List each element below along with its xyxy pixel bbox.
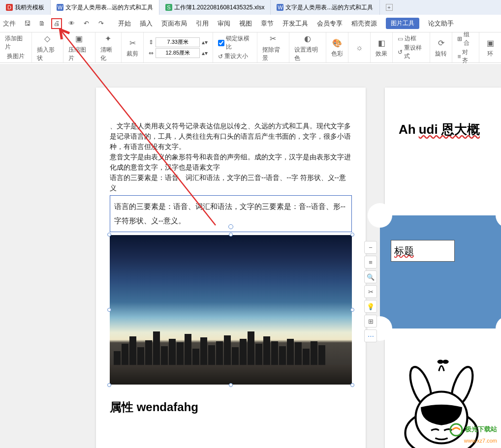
resize-handle-tm[interactable]	[229, 233, 233, 237]
ribbon-size-options: 锁定纵横比 ↺重设大小	[213, 32, 257, 62]
wrap-icon: ▣	[484, 37, 496, 49]
document-area: 、文字是人类用表义符号记录表达信息以传之、久远的方式和工具。现代文字多是记录语言…	[0, 64, 501, 448]
width-input[interactable]	[156, 37, 200, 47]
tab-new[interactable]: +	[380, 0, 399, 15]
menu-section[interactable]: 章节	[261, 19, 274, 28]
ribbon-label: 换图片	[7, 52, 25, 60]
ribbon-add-image[interactable]: 添加图片 换图片	[0, 32, 32, 62]
ribbon-crop[interactable]: ✂ 裁剪	[122, 32, 144, 62]
float-zoom[interactable]: 🔍	[364, 270, 377, 283]
tab-label: 工作簿1.20220816081435325.xlsx	[174, 3, 264, 12]
menu-assistant[interactable]: 论文助手	[428, 19, 454, 28]
menu-review[interactable]: 审阅	[218, 19, 230, 28]
menu-insert[interactable]: 插入	[140, 19, 153, 28]
tab-spreadsheet[interactable]: S 工作簿1.20220816081435325.xlsx	[159, 0, 271, 15]
menu-reference[interactable]: 引用	[196, 19, 209, 28]
rotate-icon: ⟳	[435, 37, 447, 49]
effect-icon: ◧	[376, 37, 387, 49]
redo-icon[interactable]: ↷	[95, 18, 106, 29]
ribbon-rotate[interactable]: ⟳ 旋转	[430, 32, 452, 62]
group-icon: ⊞	[457, 35, 462, 42]
word-icon: W	[277, 4, 283, 11]
align-icon: ≡	[457, 53, 461, 60]
float-crop[interactable]: ✂	[364, 285, 377, 298]
file-menu[interactable]: 文件	[3, 19, 18, 28]
preview-icon[interactable]: 👁	[66, 18, 77, 29]
tab-doc-1[interactable]: W 文字是人类用表...远的方式和工具	[51, 0, 159, 15]
ribbon-label: 旋转	[435, 50, 447, 58]
ribbon-transparency[interactable]: ◐ 设置透明色	[289, 32, 326, 62]
ribbon-brightness[interactable]: ☼	[348, 32, 371, 62]
menu-picture-tools[interactable]: 图片工具	[386, 18, 419, 29]
lock-ratio-checkbox[interactable]: 锁定纵横比	[218, 34, 252, 51]
stepper-icon[interactable]: ▴▾	[202, 39, 208, 46]
rotate-handle[interactable]	[228, 224, 233, 229]
menu-dev[interactable]: 开发工具	[282, 19, 308, 28]
watermark-logo-icon	[449, 423, 463, 437]
resize-handle-ml[interactable]	[107, 308, 111, 312]
resize-handle-tr[interactable]	[350, 233, 354, 237]
docer-icon: D	[6, 4, 13, 11]
crop-icon: ✂	[126, 37, 138, 49]
save-icon[interactable]: 🖫	[22, 18, 32, 29]
inserted-image[interactable]	[110, 235, 352, 385]
compress-icon: ▣	[73, 33, 85, 45]
ribbon-wrap[interactable]: ▣ 环	[479, 32, 501, 62]
tab-template[interactable]: D 我稻壳模板	[0, 0, 51, 15]
float-idea[interactable]: 💡	[364, 300, 377, 313]
resize-handle-mr[interactable]	[350, 308, 354, 312]
ribbon-label: 压缩图片	[68, 46, 90, 62]
ribbon-color[interactable]: 🎨 色彩	[326, 32, 348, 62]
ribbon-label: 插入形状	[37, 46, 59, 62]
resize-handle-bl[interactable]	[107, 383, 111, 387]
paragraph: 语言的三要素是：语音、词汇和语法，文字的三音--语音、--字 符形状、义--意义	[110, 173, 352, 193]
menu-tabs: 开始 插入 页面布局 引用 审阅 视图 章节 开发工具 会员专享 稻壳资源 图片…	[118, 18, 454, 29]
clarity-icon: ✦	[102, 33, 114, 45]
reset-size-button[interactable]: ↺重设大小	[218, 52, 248, 60]
align-button[interactable]: ≡对齐	[457, 48, 474, 65]
resize-handle-br[interactable]	[350, 383, 354, 387]
float-more[interactable]: ⋯	[364, 329, 377, 342]
watermark-url: www.xz7.com	[464, 438, 497, 444]
ribbon-compress[interactable]: ▣ 压缩图片	[63, 32, 95, 62]
save-as-icon[interactable]: 🗎	[36, 18, 47, 29]
image-selection[interactable]	[110, 235, 352, 385]
resize-handle-tl[interactable]	[107, 233, 111, 237]
watermark-title: 极光下载站	[465, 425, 497, 433]
ribbon-label: 抠除背景	[262, 46, 284, 62]
tab-doc-2[interactable]: W 文字是人类用表...远的方式和工具	[271, 0, 379, 15]
menu-docer[interactable]: 稻壳资源	[351, 19, 377, 28]
blue-shape[interactable]	[380, 215, 501, 329]
title-textbox[interactable]: 标题	[391, 240, 455, 262]
print-icon[interactable]: 🖨	[51, 18, 62, 29]
page-1[interactable]: 、文字是人类用表义符号记录表达信息以传之、久远的方式和工具。现代文字多是记录语言…	[96, 88, 366, 448]
quick-access-toolbar: 文件 🖫 🗎 🖨 👁 ↶ ↷	[0, 18, 109, 29]
menu-view[interactable]: 视图	[239, 19, 252, 28]
reset-style-button[interactable]: ↺重设样式	[398, 44, 425, 60]
resize-handle-bm[interactable]	[229, 383, 233, 387]
border-button[interactable]: ▭边框	[398, 34, 416, 43]
float-collapse[interactable]: −	[364, 241, 377, 254]
heading-page2: Ahudi 恩大概	[399, 121, 487, 138]
float-layout[interactable]: ≡	[364, 256, 377, 269]
height-input[interactable]	[156, 48, 200, 58]
ribbon-label: 色彩	[331, 50, 343, 58]
undo-icon[interactable]: ↶	[81, 18, 92, 29]
ribbon-label: 裁剪	[126, 50, 138, 58]
ribbon-label: 添加图片	[5, 34, 27, 51]
menu-start[interactable]: 开始	[118, 19, 131, 28]
ribbon-insert-shape[interactable]: ◇ 插入形状	[32, 32, 64, 62]
ribbon: 添加图片 换图片 ◇ 插入形状 ▣ 压缩图片 ✦ 清晰化 ✂ 裁剪 ⇕ ▴▾ ⇔…	[0, 32, 501, 63]
remove-bg-icon: ✂	[267, 33, 279, 45]
ribbon-clarity[interactable]: ✦ 清晰化	[95, 32, 122, 62]
image-float-toolbar: − ≡ 🔍 ✂ 💡 ⊞ ⋯	[364, 241, 378, 342]
ribbon-effect[interactable]: ◧ 效果	[371, 32, 393, 62]
menu-member[interactable]: 会员专享	[317, 19, 343, 28]
float-grid[interactable]: ⊞	[364, 315, 377, 328]
page-2[interactable]: Ahudi 恩大概 标题	[385, 88, 501, 448]
group-button[interactable]: ⊞组合	[457, 30, 474, 47]
tab-bar: D 我稻壳模板 W 文字是人类用表...远的方式和工具 S 工作簿1.20220…	[0, 0, 501, 15]
stepper-icon[interactable]: ▴▾	[202, 50, 208, 57]
menu-layout[interactable]: 页面布局	[161, 19, 187, 28]
ribbon-remove-bg[interactable]: ✂ 抠除背景	[257, 32, 289, 62]
